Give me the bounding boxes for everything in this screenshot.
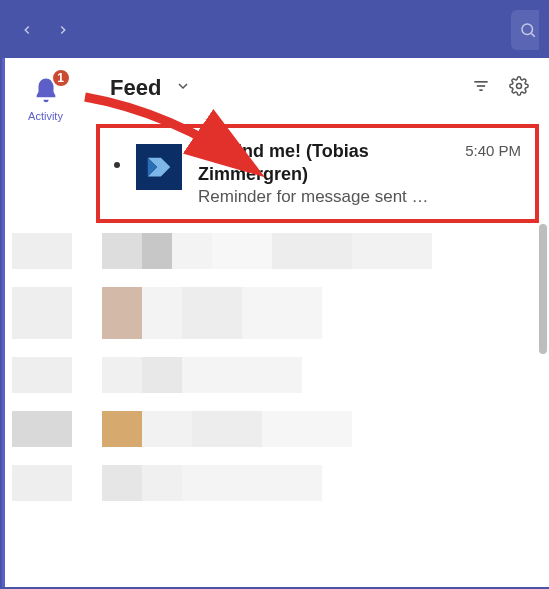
chevron-down-icon — [175, 78, 191, 94]
gear-icon — [509, 76, 529, 96]
unread-indicator — [114, 162, 120, 168]
filter-icon — [471, 76, 491, 96]
notification-subtitle: Reminder for message sent … — [198, 187, 521, 207]
search-icon — [519, 21, 537, 39]
svg-point-0 — [522, 24, 533, 35]
scrollbar-thumb[interactable] — [539, 224, 547, 354]
rail-item-activity[interactable]: 1 Activity — [16, 76, 76, 122]
notification-timestamp: 5:40 PM — [465, 140, 521, 159]
forward-button[interactable] — [48, 15, 78, 45]
filter-button[interactable] — [471, 76, 491, 100]
svg-point-5 — [517, 84, 522, 89]
feed-dropdown-button[interactable] — [175, 78, 191, 98]
feed-header: Feed — [86, 58, 539, 118]
notification-badge: 1 — [51, 68, 71, 88]
app-avatar — [136, 144, 182, 190]
feed-title: Feed — [110, 75, 161, 101]
title-bar — [2, 2, 549, 58]
back-button[interactable] — [12, 15, 42, 45]
redacted-feed-items — [12, 229, 539, 501]
chevron-right-icon — [56, 23, 70, 37]
notification-item[interactable]: Remind me! (Tobias Zimmergren) 5:40 PM R… — [108, 134, 527, 213]
settings-button[interactable] — [509, 76, 529, 100]
annotation-highlight: Remind me! (Tobias Zimmergren) 5:40 PM R… — [96, 124, 539, 223]
search-box[interactable] — [511, 10, 539, 50]
rail-item-label: Activity — [28, 110, 63, 122]
notification-title: Remind me! (Tobias Zimmergren) — [198, 140, 457, 185]
svg-line-1 — [531, 33, 534, 36]
chevron-left-icon — [20, 23, 34, 37]
power-automate-icon — [144, 152, 174, 182]
